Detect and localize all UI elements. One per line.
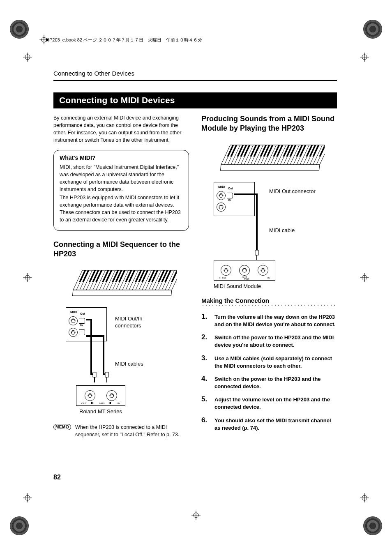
left-subheading: Connecting a MIDI Sequencer to the HP203 [53, 240, 189, 259]
reg-mark-bl [23, 493, 32, 502]
running-head: Connecting to Other Devices [53, 70, 337, 77]
step-4: 4.Switch on the power to the HP203 and t… [201, 375, 337, 390]
step-6: 6.You should also set the MIDI transmit … [201, 416, 337, 432]
keyboard-illustration [62, 266, 177, 303]
svg-marker-105 [91, 402, 94, 404]
right-module-out-port-icon [239, 265, 250, 276]
svg-rect-89 [93, 372, 96, 377]
step-5-text: Adjust the volume level on the HP203 and… [214, 395, 337, 411]
svg-point-175 [227, 270, 228, 271]
steps-list: 1.Turn the volume all the way down on th… [201, 313, 337, 432]
svg-point-98 [90, 394, 90, 394]
svg-point-104 [111, 394, 112, 394]
crop-mark-tr [363, 20, 382, 39]
right-subheading: Producing Sounds from a MIDI Sound Modul… [201, 114, 337, 134]
svg-rect-107 [221, 145, 325, 165]
svg-point-87 [74, 331, 74, 332]
svg-point-190 [263, 268, 263, 269]
step-2: 2.Switch off the power to the HP203 and … [201, 333, 337, 349]
svg-point-167 [222, 207, 223, 207]
running-head-rule [53, 80, 337, 81]
svg-rect-171 [255, 250, 258, 255]
right-midi-in-port-icon [217, 203, 226, 212]
svg-point-88 [73, 330, 74, 331]
left-diagram: MIDI Out In [53, 266, 189, 418]
right-module-thru-port-icon [221, 265, 231, 276]
crop-mark-bl [10, 516, 29, 535]
svg-point-160 [219, 195, 220, 196]
svg-point-188 [262, 269, 263, 269]
svg-point-166 [219, 207, 220, 207]
step-5-number: 5. [201, 395, 210, 411]
svg-point-181 [246, 270, 247, 271]
right-module-box: THRU MIDI IN OUT [214, 260, 275, 281]
module-in-port-icon [106, 390, 117, 401]
whats-midi-p2: The HP203 is equipped with MIDI connecto… [60, 194, 183, 224]
svg-point-84 [71, 332, 72, 333]
svg-point-86 [72, 331, 73, 332]
printer-header-line: HP203_e.book 82 ページ ２００７年７月１７日 火曜日 午前１０時… [46, 37, 202, 43]
reg-mark-tl [23, 53, 32, 62]
svg-point-79 [74, 320, 75, 321]
reg-mark-ml [23, 273, 32, 282]
svg-point-178 [226, 268, 226, 269]
svg-point-95 [91, 395, 92, 396]
intro-paragraph: By connecting an external MIDI device an… [53, 114, 189, 144]
svg-point-163 [221, 194, 222, 195]
svg-marker-106 [108, 402, 111, 404]
svg-marker-158 [218, 165, 322, 170]
svg-point-161 [222, 195, 223, 196]
svg-point-96 [89, 394, 90, 395]
svg-point-102 [111, 394, 111, 395]
right-midi-out-port-icon [217, 191, 226, 200]
crop-mark-tl [10, 20, 29, 39]
whats-midi-box: What's MIDI? MIDI, short for "Musical In… [53, 150, 189, 231]
svg-rect-25 [73, 270, 177, 290]
svg-point-81 [74, 319, 74, 320]
svg-rect-90 [105, 372, 108, 377]
left-midi-cables [82, 315, 164, 389]
crop-mark-br [363, 516, 382, 535]
page-number: 82 [53, 474, 61, 481]
right-module-caption: MIDI Sound Module [214, 283, 284, 289]
svg-point-189 [263, 269, 264, 269]
memo-text: When the HP203 is connected to a MIDI se… [75, 424, 189, 438]
whats-midi-p1: MIDI, short for "Musical Instrument Digi… [60, 164, 183, 193]
svg-point-180 [242, 270, 243, 271]
midi-out-port-icon [69, 316, 78, 325]
dotted-rule [201, 305, 337, 306]
svg-point-168 [220, 205, 221, 206]
right-module-out-label: OUT [242, 276, 247, 279]
right-module-thru-label: THRU [219, 276, 226, 279]
right-midi-cable [230, 189, 312, 263]
left-module-caption: Roland MT Series [76, 408, 125, 415]
svg-point-170 [221, 205, 221, 206]
making-connection-heading: Making the Connection [201, 297, 337, 304]
midi-panel-label: MIDI [70, 310, 101, 314]
step-4-text: Switch on the power to the HP203 and the… [214, 375, 337, 390]
reg-mark-br [360, 493, 369, 502]
svg-point-101 [113, 395, 114, 396]
step-1-number: 1. [201, 313, 210, 328]
module-arrows-icon [76, 401, 126, 405]
svg-point-80 [72, 319, 73, 320]
svg-point-82 [73, 319, 74, 320]
right-diagram: MIDI Out In MIDI Out connector [201, 141, 337, 285]
svg-point-162 [220, 194, 221, 195]
midi-cables-label: MIDI cables [115, 361, 143, 368]
reg-mark-tr [360, 53, 369, 62]
svg-point-176 [225, 269, 226, 269]
svg-point-174 [224, 270, 225, 271]
svg-point-103 [112, 394, 113, 395]
right-midi-cable-label: MIDI cable [269, 227, 295, 234]
svg-point-97 [90, 394, 91, 395]
reg-mark-bc [191, 511, 201, 520]
svg-point-187 [264, 270, 265, 271]
svg-point-177 [226, 269, 227, 269]
module-out-port-icon [85, 390, 95, 401]
step-2-text: Switch off the power to the HP203 and th… [214, 333, 337, 349]
svg-point-85 [74, 332, 75, 333]
step-6-text: You should also set the MIDI transmit ch… [214, 416, 337, 432]
right-midi-panel-label: MIDI [218, 185, 249, 189]
whats-midi-title: What's MIDI? [60, 154, 183, 161]
